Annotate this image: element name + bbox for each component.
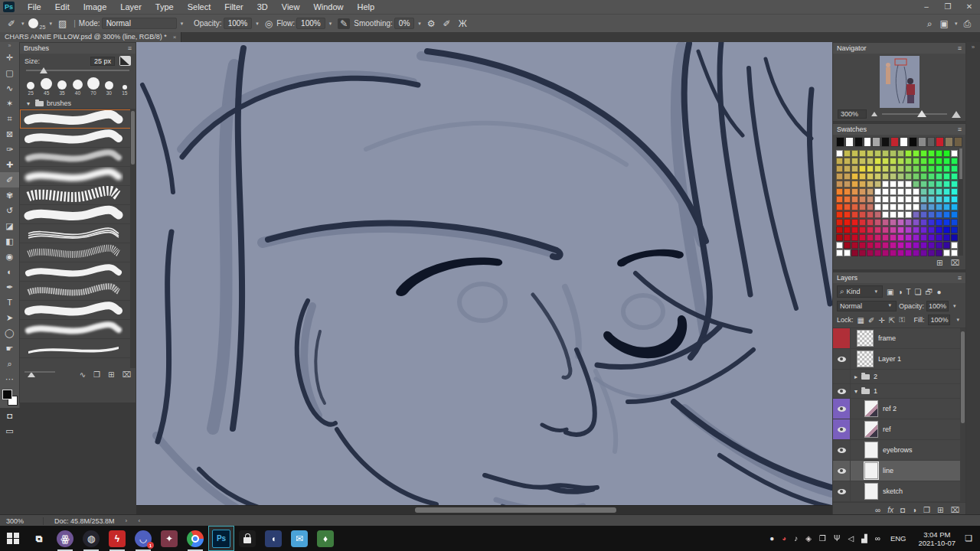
swatch-cell[interactable] xyxy=(905,204,912,210)
swatch-cell[interactable] xyxy=(951,150,958,157)
flow-caret-icon[interactable]: ▾ xyxy=(329,21,332,27)
swatch-cell[interactable] xyxy=(836,227,843,233)
swatch-cell[interactable] xyxy=(897,188,904,195)
swatch-cell[interactable] xyxy=(844,204,851,210)
swatch-cell[interactable] xyxy=(844,196,851,203)
brush-preset-25[interactable]: 25 xyxy=(23,82,38,96)
swatch-cell[interactable] xyxy=(844,227,851,233)
swatch-cell[interactable] xyxy=(844,249,851,256)
toggle-brush-panel-icon[interactable]: ▨ xyxy=(58,18,67,29)
swatch-cell[interactable] xyxy=(836,196,843,203)
layer-name[interactable]: 1 xyxy=(874,387,877,395)
obs-app[interactable]: ◍ xyxy=(78,526,104,551)
swatch-cell[interactable] xyxy=(913,242,920,249)
layer-row-1[interactable]: ▾1 xyxy=(833,384,965,399)
clone-stamp-tool-icon[interactable]: ✾ xyxy=(0,187,19,203)
swatch-cell[interactable] xyxy=(851,219,858,226)
tab-close-icon[interactable]: × xyxy=(173,34,177,41)
swatch-cell[interactable] xyxy=(943,181,950,187)
lock-all-icon[interactable]: ⚿ xyxy=(899,315,905,324)
recent-swatch-5[interactable] xyxy=(881,137,890,147)
swatch-cell[interactable] xyxy=(836,181,843,187)
swatch-cell[interactable] xyxy=(867,158,874,165)
swatch-cell[interactable] xyxy=(936,196,942,203)
menu-view[interactable]: View xyxy=(275,0,307,14)
password-app[interactable] xyxy=(234,526,260,551)
layer-visibility-toggle[interactable] xyxy=(833,419,851,439)
swatch-cell[interactable] xyxy=(890,234,897,241)
chevron-down-icon[interactable]: ▾ xyxy=(852,388,860,395)
swatch-cell[interactable] xyxy=(928,227,935,233)
brush-preset-smooth-round[interactable] xyxy=(20,109,136,129)
filter-shape-icon[interactable]: ❏ xyxy=(915,288,922,296)
swatch-cell[interactable] xyxy=(951,227,958,233)
swatch-cell[interactable] xyxy=(897,165,904,172)
swatch-cell[interactable] xyxy=(897,227,904,233)
swatch-cell[interactable] xyxy=(890,204,897,210)
swatch-cell[interactable] xyxy=(851,165,858,172)
swatch-cell[interactable] xyxy=(890,173,897,180)
canvas-area[interactable] xyxy=(136,42,832,514)
brush-preset-smooth-round-2[interactable] xyxy=(20,129,136,148)
swatch-cell[interactable] xyxy=(844,219,851,226)
swatch-cell[interactable] xyxy=(905,196,912,203)
swatch-cell[interactable] xyxy=(844,181,851,187)
edit-toolbar-icon[interactable]: ⋯ xyxy=(0,371,19,386)
games-app[interactable]: ♦ xyxy=(312,526,338,551)
swatch-cell[interactable] xyxy=(905,188,912,195)
swatch-cell[interactable] xyxy=(882,227,889,233)
brush-angle-widget[interactable] xyxy=(119,56,131,66)
workspace-caret-icon[interactable]: ▾ xyxy=(955,21,958,27)
swatch-cell[interactable] xyxy=(890,181,897,187)
brush-preset-35[interactable]: 35 xyxy=(54,80,70,96)
brush-preset-30[interactable]: 30 xyxy=(101,81,116,96)
swatch-cell[interactable] xyxy=(943,249,950,256)
mail-app[interactable]: ✉ xyxy=(286,526,312,551)
brush-preset-70[interactable]: 70 xyxy=(86,77,101,96)
flash-app[interactable]: ϟ xyxy=(104,526,130,551)
foreground-color-swatch[interactable] xyxy=(2,390,12,399)
swatch-cell[interactable] xyxy=(936,227,942,233)
crop-tool-icon[interactable]: ⌗ xyxy=(0,111,19,126)
layer-name[interactable]: Layer 1 xyxy=(878,355,901,363)
tray-icon-8[interactable]: ∞ xyxy=(875,534,880,543)
tray-icon-5[interactable]: Ψ xyxy=(834,534,840,543)
swatch-cell[interactable] xyxy=(951,173,958,180)
opacity-caret-icon[interactable]: ▾ xyxy=(256,21,259,27)
swatch-cell[interactable] xyxy=(936,204,942,210)
airbrush-toggle-icon[interactable]: ✎ xyxy=(338,18,350,29)
lock-artboard-icon[interactable]: ⇱ xyxy=(889,316,895,324)
menu-filter[interactable]: Filter xyxy=(217,0,250,14)
recent-swatch-11[interactable] xyxy=(936,137,944,147)
swatch-cell[interactable] xyxy=(905,227,912,233)
brush-size-slider[interactable] xyxy=(26,67,129,74)
swatch-cell[interactable] xyxy=(936,249,942,256)
swatch-cell[interactable] xyxy=(890,158,897,165)
swatch-cell[interactable] xyxy=(943,219,950,226)
swatch-cell[interactable] xyxy=(867,181,874,187)
history-brush-tool-icon[interactable]: ↺ xyxy=(0,203,19,218)
swatch-cell[interactable] xyxy=(874,158,881,165)
fill-field[interactable]: 100% xyxy=(928,315,950,325)
swatch-cell[interactable] xyxy=(836,188,843,195)
pen-tool-icon[interactable]: ✒ xyxy=(0,279,19,295)
swatch-cell[interactable] xyxy=(920,158,927,165)
smoothing-field[interactable]: 0% xyxy=(394,18,414,29)
symmetry-butterfly-icon[interactable]: Ж xyxy=(459,18,467,29)
swatch-cell[interactable] xyxy=(859,158,866,165)
swatch-cell[interactable] xyxy=(874,165,881,172)
layer-visibility-toggle[interactable] xyxy=(833,461,851,481)
swatch-cell[interactable] xyxy=(920,234,927,241)
swatch-cell[interactable] xyxy=(936,173,942,180)
navigator-zoom-field[interactable]: 300% xyxy=(838,109,867,119)
swatch-cell[interactable] xyxy=(890,188,897,195)
swatch-cell[interactable] xyxy=(897,219,904,226)
brush-preset-soft-airbrush[interactable] xyxy=(20,167,136,186)
swatch-cell[interactable] xyxy=(874,219,881,226)
layer-style-fx-icon[interactable]: fx xyxy=(887,506,893,514)
swatch-cell[interactable] xyxy=(928,158,935,165)
swatch-cell[interactable] xyxy=(905,234,912,241)
opacity-field[interactable]: 100% xyxy=(224,18,253,29)
swatch-cell[interactable] xyxy=(920,249,927,256)
swatch-cell[interactable] xyxy=(951,165,958,172)
